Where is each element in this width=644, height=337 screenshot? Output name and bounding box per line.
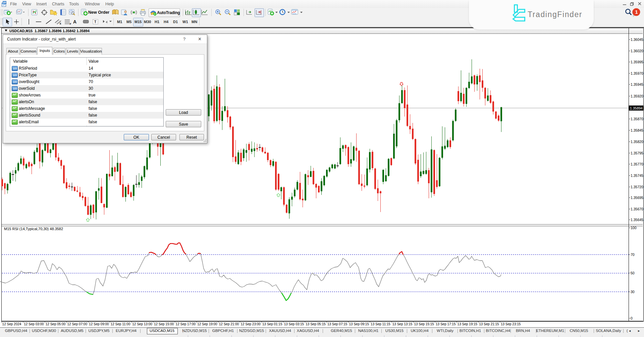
svg-text:12 Sep 2024: 12 Sep 2024 xyxy=(2,322,21,326)
svg-text:1.35894: 1.35894 xyxy=(630,106,643,110)
svg-text:0: 0 xyxy=(631,316,633,320)
svg-text:12 Sep 21:00: 12 Sep 21:00 xyxy=(219,322,239,326)
svg-text:1.35695: 1.35695 xyxy=(631,196,643,200)
svg-text:13 Sep 13:15: 13 Sep 13:15 xyxy=(392,322,413,326)
svg-text:1.35770: 1.35770 xyxy=(631,162,643,166)
svg-text:12 Sep 13:00: 12 Sep 13:00 xyxy=(132,322,152,326)
svg-text:70: 70 xyxy=(631,253,635,257)
svg-text:13 Sep 17:15: 13 Sep 17:15 xyxy=(436,322,456,326)
svg-text:13 Sep 11:15: 13 Sep 11:15 xyxy=(371,322,390,326)
svg-text:13 Sep 03:15: 13 Sep 03:15 xyxy=(284,322,304,326)
svg-text:13 Sep 21:15: 13 Sep 21:15 xyxy=(479,322,499,326)
svg-text:1.36020: 1.36020 xyxy=(631,49,643,53)
svg-text:1.35945: 1.35945 xyxy=(631,82,643,86)
svg-text:1.35995: 1.35995 xyxy=(631,60,643,64)
svg-text:12 Sep 17:00: 12 Sep 17:00 xyxy=(176,322,196,326)
svg-text:1.35745: 1.35745 xyxy=(631,174,643,178)
svg-text:1: 1 xyxy=(635,9,638,15)
svg-text:1.35670: 1.35670 xyxy=(631,207,643,211)
svg-text:13 Sep 07:15: 13 Sep 07:15 xyxy=(327,322,347,326)
svg-text:12 Sep 23:00: 12 Sep 23:00 xyxy=(240,322,261,326)
svg-text:13 Sep 01:15: 13 Sep 01:15 xyxy=(262,322,282,326)
svg-text:12 Sep 03:00: 12 Sep 03:00 xyxy=(24,322,44,326)
svg-text:13 Sep 23:15: 13 Sep 23:15 xyxy=(501,322,521,326)
svg-text:12 Sep 11:00: 12 Sep 11:00 xyxy=(111,322,130,326)
svg-text:12 Sep 07:00: 12 Sep 07:00 xyxy=(67,322,88,326)
svg-text:1.36045: 1.36045 xyxy=(631,38,643,42)
svg-text:1.35970: 1.35970 xyxy=(631,71,643,75)
svg-text:100: 100 xyxy=(631,226,637,230)
svg-text:1.35870: 1.35870 xyxy=(631,117,643,121)
svg-text:1.35920: 1.35920 xyxy=(631,94,643,98)
svg-text:13 Sep 19:15: 13 Sep 19:15 xyxy=(458,322,478,326)
svg-text:1.35845: 1.35845 xyxy=(631,128,643,132)
svg-text:12 Sep 19:00: 12 Sep 19:00 xyxy=(197,322,217,326)
svg-text:13 Sep 15:15: 13 Sep 15:15 xyxy=(414,322,434,326)
svg-text:12 Sep 15:00: 12 Sep 15:00 xyxy=(154,322,174,326)
svg-text:1.35645: 1.35645 xyxy=(631,218,643,222)
svg-text:1.35795: 1.35795 xyxy=(631,151,643,155)
svg-text:12 Sep 05:00: 12 Sep 05:00 xyxy=(46,322,66,326)
svg-text:1.35820: 1.35820 xyxy=(631,140,643,144)
svg-text:30: 30 xyxy=(631,290,635,294)
svg-text:1.35720: 1.35720 xyxy=(631,185,643,189)
svg-text:50: 50 xyxy=(631,271,635,275)
svg-text:13 Sep 05:15: 13 Sep 05:15 xyxy=(306,322,326,326)
svg-text:12 Sep 09:00: 12 Sep 09:00 xyxy=(89,322,109,326)
svg-text:13 Sep 09:15: 13 Sep 09:15 xyxy=(349,322,369,326)
